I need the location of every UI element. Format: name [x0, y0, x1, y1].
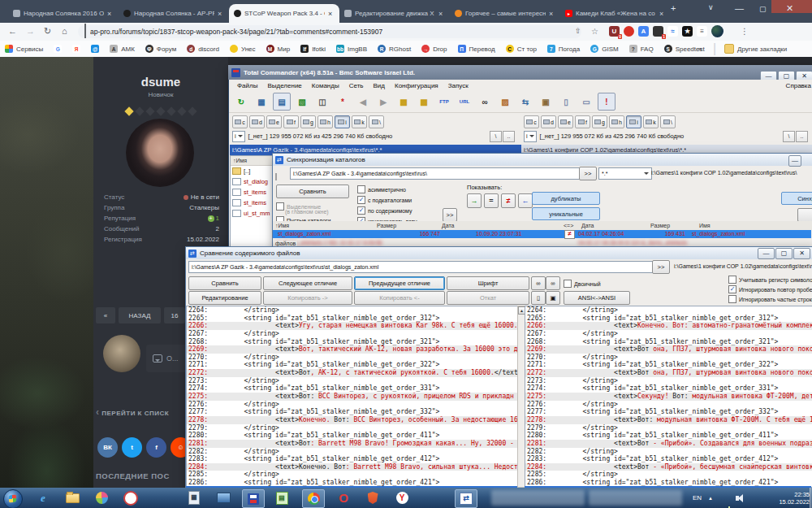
sync-column-header[interactable]: Дата	[439, 221, 564, 230]
bookmark-item[interactable]: ССт тор	[506, 45, 537, 53]
tc-menu-help[interactable]: Справка	[786, 82, 811, 89]
social-icon[interactable]: f	[146, 437, 166, 458]
tc-drive-button[interactable]: k	[352, 115, 367, 128]
volume-icon[interactable]	[736, 488, 741, 508]
social-icon[interactable]: ВК	[97, 437, 118, 458]
taskbar-blurred-item[interactable]	[589, 490, 682, 506]
tab-close-icon[interactable]: ×	[328, 10, 335, 18]
tab-close-icon[interactable]: ×	[549, 10, 555, 18]
diff-pane-right[interactable]: 2264: </string>2265: <string id="zat_b51…	[525, 306, 812, 488]
tc-up-button[interactable]: ..	[503, 131, 515, 142]
sync-checkbox[interactable]: Выделенные(в главном окне)	[276, 202, 321, 211]
sync-mask-combo[interactable]: *.*	[598, 167, 652, 180]
sync-show-filter-button[interactable]: ≠	[501, 193, 516, 208]
sync-close-button[interactable]: З	[797, 208, 812, 222]
extension-icon[interactable]: U0	[609, 26, 620, 37]
forward-icon[interactable]: →	[26, 25, 35, 37]
calculator-icon[interactable]: ▦	[184, 489, 205, 506]
tc-toolbar-icon[interactable]: !	[598, 93, 615, 111]
tc-toolbar-icon[interactable]: ▭	[577, 93, 595, 111]
bookmark-item[interactable]: Я	[72, 45, 80, 53]
compare-minimize-button[interactable]: —	[758, 248, 775, 259]
snipping-tool-icon[interactable]	[120, 489, 141, 506]
sync-title-bar[interactable]: ⇄ Синхронизация каталогов —	[273, 154, 812, 166]
tc-toolbar-icon[interactable]: ▣	[537, 93, 555, 111]
compare-close-button[interactable]: ✕	[793, 248, 810, 259]
tab-close-icon[interactable]: ×	[659, 10, 666, 18]
file-compare-taskbar-icon[interactable]: ⇄	[455, 489, 477, 508]
tc-menu-item[interactable]: Выделение	[267, 82, 301, 89]
compare-left-path-field[interactable]: i:\Games\A ZP Gazik - 3.4\gamedata\confi…	[188, 261, 654, 273]
bookmark-item[interactable]: G	[54, 45, 62, 53]
bookmark-item[interactable]: →Drop	[421, 45, 447, 53]
sync-checkbox[interactable]: ✓с подкаталогами	[357, 196, 412, 204]
compare-button[interactable]: Копировать <-	[354, 291, 445, 305]
tc-toolbar-icon[interactable]: ⇆	[516, 93, 534, 111]
compare-option-checkbox[interactable]: ✓Игнорировать повтор пробелов	[728, 285, 812, 293]
tc-toolbar-icon[interactable]: FTP	[435, 93, 453, 111]
sync-checkbox[interactable]: асимметрично	[357, 185, 406, 193]
tc-drive-button[interactable]: e	[558, 115, 573, 128]
tc-drive-button[interactable]: h	[609, 115, 624, 128]
tab-close-icon[interactable]: ×	[218, 10, 224, 18]
tc-drive-button[interactable]: k	[643, 115, 659, 128]
bookmark-item[interactable]: Унес	[230, 45, 256, 53]
tc-menu-item[interactable]: Запуск	[448, 82, 469, 89]
browser-tab[interactable]: ▸Камеди Клаб «Жена на со×	[560, 4, 671, 23]
tc-drive-button[interactable]: c	[524, 115, 539, 128]
tc-drive-button[interactable]: d	[249, 115, 265, 128]
sync-show-filter-button[interactable]: →	[467, 193, 482, 208]
browser-minimize-button[interactable]: —	[735, 3, 744, 13]
sync-synchronize-button[interactable]: Синхр	[781, 192, 812, 205]
compare-button[interactable]: Редактирование	[188, 291, 261, 305]
sync-uniques-button[interactable]: уникальные	[532, 207, 600, 220]
bookmark-item[interactable]: ?FAQ	[629, 45, 654, 53]
tc-title-bar[interactable]: Total Commander (x64) 8.51a - Bmc Softwa…	[228, 65, 812, 80]
browser-tab[interactable]: Народная Солянка 2016 О×	[8, 4, 119, 23]
internet-explorer-icon[interactable]: e	[32, 489, 54, 506]
compare-option-checkbox[interactable]: Учитывать регистр символов	[728, 276, 812, 284]
explorer-icon[interactable]	[62, 489, 83, 506]
tab-close-icon[interactable]: ×	[107, 10, 114, 18]
opera-icon[interactable]: O	[333, 489, 354, 506]
tc-toolbar-icon[interactable]: ◫	[313, 93, 331, 111]
browser-tab[interactable]: Редактирование движка X×	[339, 4, 450, 23]
tab-close-icon[interactable]: ×	[438, 10, 445, 18]
tc-menu-item[interactable]: Сеть	[349, 82, 364, 89]
paint-icon[interactable]	[91, 489, 112, 506]
sync-swap-button[interactable]: >>	[579, 167, 597, 180]
browser-tab[interactable]: Народная Солянка - AP-PR×	[119, 4, 229, 23]
compare-right-path-field[interactable]: i:\Games\1 конфиги СОР 1.02\gamedata\con…	[672, 261, 812, 271]
bookmark-item[interactable]: @	[91, 45, 99, 53]
sync-column-header[interactable]: Размер	[648, 221, 700, 230]
bookmark-item[interactable]: ФФорум	[145, 45, 176, 53]
display-settings-icon[interactable]	[213, 489, 234, 506]
extension-icon[interactable]: 1	[653, 26, 663, 37]
start-button[interactable]	[3, 489, 23, 508]
sync-column-header[interactable]: Размер	[374, 221, 443, 230]
tc-drive-button[interactable]: d	[541, 115, 556, 128]
bookmark-star-icon[interactable]: ☆	[591, 25, 598, 37]
social-icon[interactable]: t	[122, 437, 142, 458]
tc-drive-button[interactable]: c	[232, 115, 248, 128]
browser-maximize-button[interactable]: ▢	[759, 5, 767, 13]
sync-show-filter-button[interactable]: =	[484, 193, 499, 208]
compare-encoding-button[interactable]: ANSI<->ANSI	[564, 291, 630, 305]
browser-tab[interactable]: Горячее – самые интересн×	[450, 4, 560, 23]
view-panel-icon[interactable]: ▯	[531, 291, 546, 305]
goto-topic-list-link[interactable]: ‹ ПЕРЕЙТИ К СПИСК	[96, 406, 169, 418]
sync-folder-button[interactable]	[275, 167, 287, 178]
tray-hidden-icons-caret[interactable]: ▲	[708, 488, 713, 508]
tc-drive-button[interactable]: \	[660, 115, 676, 128]
tc-toolbar-icon[interactable]: ▩	[415, 93, 433, 111]
tc-toolbar-icon[interactable]: ▶	[374, 93, 392, 111]
compare-binary-checkbox[interactable]: Двоичный	[564, 280, 601, 288]
address-bar[interactable]: ap-pro.ru/forums/topic/1837-stcop-weapon…	[78, 25, 581, 38]
compare-button[interactable]: Предыдущее отличие	[354, 276, 445, 290]
tc-drive-button[interactable]: \	[369, 115, 384, 128]
compare-button[interactable]: Шрифт	[447, 276, 529, 290]
share-icon[interactable]: ⇧	[575, 25, 581, 37]
reply-user-avatar[interactable]	[103, 335, 140, 372]
compare-button[interactable]: Копировать ->	[263, 291, 352, 305]
bookmark-item[interactable]: RRGhost	[378, 45, 411, 53]
